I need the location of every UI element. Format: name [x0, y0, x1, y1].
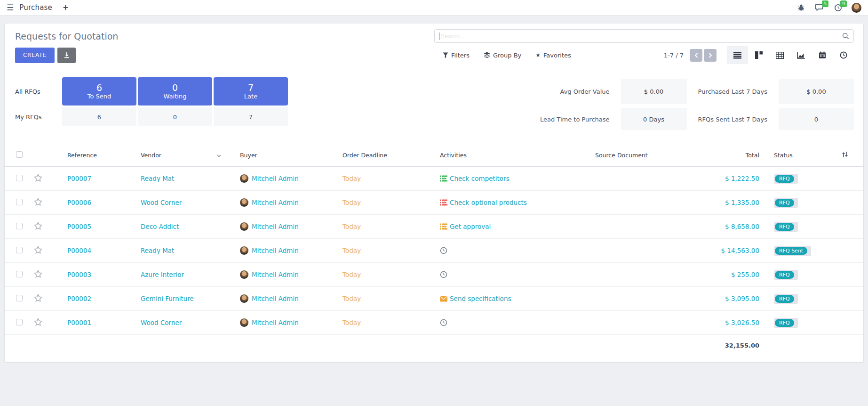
table-row[interactable]: P00005 Deco Addict Mitchell Admin Today … [5, 215, 863, 239]
sort-caret-icon [217, 152, 221, 159]
column-header-source-document[interactable]: Source Document [581, 152, 704, 159]
vendor-link[interactable]: Wood Corner [127, 199, 226, 206]
vendor-link[interactable]: Ready Mat [127, 175, 226, 182]
row-checkbox[interactable] [16, 247, 23, 253]
status-label: RFQ [775, 199, 794, 207]
filters-button[interactable]: Filters [443, 52, 470, 59]
vendor-link[interactable]: Ready Mat [127, 247, 226, 254]
activity-view-icon [840, 51, 847, 59]
apps-menu-icon[interactable]: ☰ [7, 3, 14, 12]
favorite-star-icon[interactable] [34, 222, 42, 230]
favorite-star-icon[interactable] [34, 294, 42, 302]
export-button[interactable] [57, 48, 76, 63]
reference-link[interactable]: P00001 [54, 319, 127, 326]
buyer-avatar [240, 294, 248, 303]
activity-button[interactable] [440, 247, 581, 254]
buyer-name[interactable]: Mitchell Admin [252, 247, 299, 254]
reference-link[interactable]: P00004 [54, 247, 127, 254]
group-by-button[interactable]: Group By [484, 52, 521, 59]
view-pivot-button[interactable] [769, 46, 790, 64]
row-checkbox[interactable] [16, 271, 23, 277]
table-row[interactable]: P00006 Wood Corner Mitchell Admin Today … [5, 191, 863, 215]
buyer-name[interactable]: Mitchell Admin [252, 295, 299, 302]
view-list-button[interactable] [727, 46, 748, 64]
favorite-star-icon[interactable] [34, 246, 42, 254]
row-checkbox[interactable] [16, 199, 23, 205]
search-icon[interactable] [842, 32, 849, 40]
buyer-name[interactable]: Mitchell Admin [252, 223, 299, 230]
buyer-name[interactable]: Mitchell Admin [252, 319, 299, 326]
kpi-late[interactable]: 7 Late [214, 77, 288, 106]
table-row[interactable]: P00001 Wood Corner Mitchell Admin Today … [5, 311, 863, 335]
activity-button[interactable]: Check competitors [440, 175, 581, 182]
table-row[interactable]: P00002 Gemini Furniture Mitchell Admin T… [5, 287, 863, 311]
activities-icon[interactable]: 9 [833, 3, 843, 12]
view-calendar-button[interactable] [812, 46, 833, 64]
favorite-star-icon[interactable] [34, 270, 42, 278]
reference-link[interactable]: P00002 [54, 295, 127, 302]
app-name[interactable]: Purchase [19, 3, 52, 12]
select-all-checkbox[interactable] [16, 151, 23, 158]
column-header-activities[interactable]: Activities [426, 152, 581, 159]
activity-button[interactable]: Get approval [440, 223, 581, 230]
favorite-star-icon[interactable] [34, 318, 42, 326]
row-checkbox[interactable] [16, 175, 23, 181]
view-kanban-button[interactable] [748, 46, 769, 64]
search-bar[interactable] [434, 29, 854, 43]
user-avatar[interactable] [852, 3, 861, 13]
total-amount: $ 1,335.00 [704, 199, 760, 206]
activity-button[interactable] [440, 319, 581, 326]
view-activity-button[interactable] [833, 46, 854, 64]
vendor-link[interactable]: Deco Addict [127, 223, 226, 230]
column-header-vendor[interactable]: Vendor [127, 144, 226, 166]
table-row[interactable]: P00004 Ready Mat Mitchell Admin Today $ … [5, 239, 863, 263]
reference-link[interactable]: P00007 [54, 175, 127, 182]
favorites-button[interactable]: ★ Favorites [535, 52, 571, 59]
favorite-star-icon[interactable] [34, 198, 42, 206]
row-checkbox[interactable] [16, 319, 23, 325]
activity-button[interactable]: Check optional products [440, 199, 581, 206]
buyer-name[interactable]: Mitchell Admin [252, 199, 299, 206]
kpi-waiting[interactable]: 0 Waiting [138, 77, 212, 106]
column-header-buyer[interactable]: Buyer [226, 152, 329, 159]
reference-link[interactable]: P00006 [54, 199, 127, 206]
bug-icon[interactable] [796, 3, 806, 12]
view-graph-button[interactable] [790, 46, 812, 64]
messages-icon[interactable]: 5 [815, 3, 824, 12]
pager-previous-button[interactable] [690, 49, 702, 62]
order-deadline: Today [329, 247, 426, 254]
vendor-link[interactable]: Azure Interior [127, 271, 226, 278]
optional-columns-button[interactable] [814, 151, 863, 159]
pager-next-button[interactable] [704, 49, 717, 62]
column-header-total[interactable]: Total [704, 152, 760, 159]
reference-link[interactable]: P00005 [54, 223, 127, 230]
clock-icon [440, 319, 447, 326]
my-waiting-value[interactable]: 0 [138, 107, 212, 126]
row-checkbox[interactable] [16, 223, 23, 229]
buyer-name[interactable]: Mitchell Admin [252, 271, 299, 278]
table-row[interactable]: P00007 Ready Mat Mitchell Admin Today Ch… [5, 167, 863, 191]
column-header-status[interactable]: Status [760, 152, 814, 159]
table-row[interactable]: P00003 Azure Interior Mitchell Admin Tod… [5, 263, 863, 287]
buyer-name[interactable]: Mitchell Admin [252, 175, 299, 182]
control-panel: Requests for Quotation CREATE [5, 24, 863, 64]
create-button[interactable]: CREATE [15, 48, 55, 63]
vendor-link[interactable]: Wood Corner [127, 319, 226, 326]
vendor-link[interactable]: Gemini Furniture [127, 295, 226, 302]
activity-button[interactable]: Send specifications [440, 295, 581, 302]
favorite-star-icon[interactable] [34, 174, 42, 182]
reference-link[interactable]: P00003 [54, 271, 127, 278]
column-header-order-deadline[interactable]: Order Deadline [329, 152, 426, 159]
row-checkbox[interactable] [16, 295, 23, 301]
kpi-to-send[interactable]: 6 To Send [62, 77, 136, 106]
search-input[interactable] [440, 32, 842, 40]
column-header-reference[interactable]: Reference [54, 152, 127, 159]
activity-button[interactable] [440, 271, 581, 278]
envelope-icon [440, 296, 447, 302]
layers-icon [484, 52, 490, 58]
new-tab-icon[interactable]: + [63, 3, 69, 12]
status-badge: RFQ [774, 294, 798, 304]
footer-total: 32,155.00 [704, 342, 760, 349]
my-to-send-value[interactable]: 6 [62, 107, 136, 126]
my-late-value[interactable]: 7 [214, 107, 288, 126]
